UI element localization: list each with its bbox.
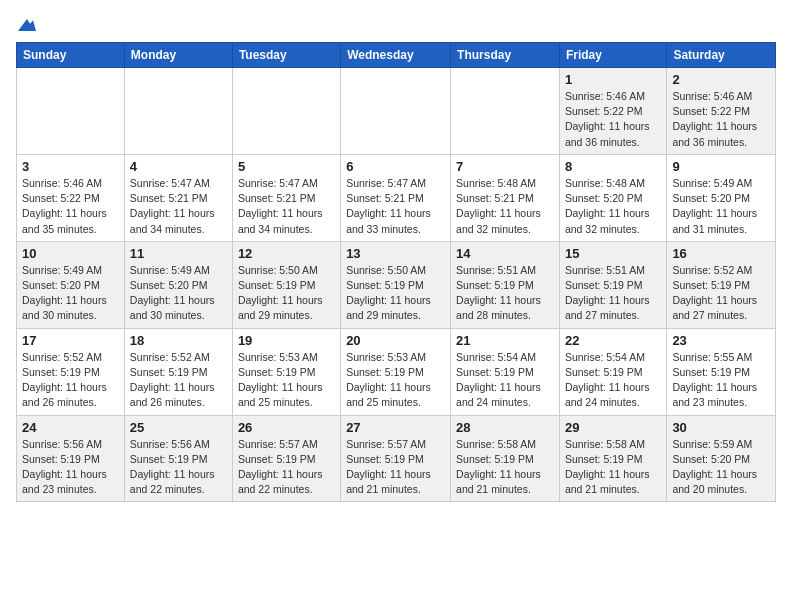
day-info: Sunrise: 5:57 AM Sunset: 5:19 PM Dayligh… [238,437,335,498]
day-number: 9 [672,159,770,174]
day-number: 25 [130,420,227,435]
day-info: Sunrise: 5:46 AM Sunset: 5:22 PM Dayligh… [22,176,119,237]
calendar-week-row: 17Sunrise: 5:52 AM Sunset: 5:19 PM Dayli… [17,328,776,415]
day-info: Sunrise: 5:54 AM Sunset: 5:19 PM Dayligh… [565,350,661,411]
day-info: Sunrise: 5:46 AM Sunset: 5:22 PM Dayligh… [565,89,661,150]
day-number: 15 [565,246,661,261]
day-number: 8 [565,159,661,174]
day-info: Sunrise: 5:52 AM Sunset: 5:19 PM Dayligh… [672,263,770,324]
calendar-cell: 7Sunrise: 5:48 AM Sunset: 5:21 PM Daylig… [451,154,560,241]
calendar-cell: 23Sunrise: 5:55 AM Sunset: 5:19 PM Dayli… [667,328,776,415]
day-info: Sunrise: 5:52 AM Sunset: 5:19 PM Dayligh… [130,350,227,411]
day-number: 26 [238,420,335,435]
calendar-week-row: 10Sunrise: 5:49 AM Sunset: 5:20 PM Dayli… [17,241,776,328]
calendar-cell: 30Sunrise: 5:59 AM Sunset: 5:20 PM Dayli… [667,415,776,502]
day-number: 17 [22,333,119,348]
day-number: 2 [672,72,770,87]
day-info: Sunrise: 5:47 AM Sunset: 5:21 PM Dayligh… [238,176,335,237]
calendar-cell: 20Sunrise: 5:53 AM Sunset: 5:19 PM Dayli… [341,328,451,415]
calendar-cell: 28Sunrise: 5:58 AM Sunset: 5:19 PM Dayli… [451,415,560,502]
day-info: Sunrise: 5:57 AM Sunset: 5:19 PM Dayligh… [346,437,445,498]
day-number: 6 [346,159,445,174]
day-number: 3 [22,159,119,174]
day-info: Sunrise: 5:50 AM Sunset: 5:19 PM Dayligh… [238,263,335,324]
day-info: Sunrise: 5:48 AM Sunset: 5:21 PM Dayligh… [456,176,554,237]
header [16,16,776,32]
day-number: 21 [456,333,554,348]
day-info: Sunrise: 5:50 AM Sunset: 5:19 PM Dayligh… [346,263,445,324]
calendar-header-row: SundayMondayTuesdayWednesdayThursdayFrid… [17,43,776,68]
calendar-cell: 12Sunrise: 5:50 AM Sunset: 5:19 PM Dayli… [232,241,340,328]
calendar-cell: 19Sunrise: 5:53 AM Sunset: 5:19 PM Dayli… [232,328,340,415]
day-number: 13 [346,246,445,261]
col-header-sunday: Sunday [17,43,125,68]
calendar-cell: 2Sunrise: 5:46 AM Sunset: 5:22 PM Daylig… [667,68,776,155]
calendar-cell [232,68,340,155]
day-info: Sunrise: 5:47 AM Sunset: 5:21 PM Dayligh… [130,176,227,237]
day-number: 11 [130,246,227,261]
calendar-cell: 18Sunrise: 5:52 AM Sunset: 5:19 PM Dayli… [124,328,232,415]
calendar-cell: 15Sunrise: 5:51 AM Sunset: 5:19 PM Dayli… [559,241,666,328]
day-number: 5 [238,159,335,174]
logo-bird-icon [18,16,36,34]
calendar-cell: 17Sunrise: 5:52 AM Sunset: 5:19 PM Dayli… [17,328,125,415]
calendar-cell: 3Sunrise: 5:46 AM Sunset: 5:22 PM Daylig… [17,154,125,241]
calendar-cell: 6Sunrise: 5:47 AM Sunset: 5:21 PM Daylig… [341,154,451,241]
calendar-cell: 25Sunrise: 5:56 AM Sunset: 5:19 PM Dayli… [124,415,232,502]
calendar-table: SundayMondayTuesdayWednesdayThursdayFrid… [16,42,776,502]
calendar-week-row: 24Sunrise: 5:56 AM Sunset: 5:19 PM Dayli… [17,415,776,502]
page: SundayMondayTuesdayWednesdayThursdayFrid… [0,0,792,518]
day-number: 27 [346,420,445,435]
day-number: 10 [22,246,119,261]
day-number: 20 [346,333,445,348]
calendar-cell: 10Sunrise: 5:49 AM Sunset: 5:20 PM Dayli… [17,241,125,328]
day-info: Sunrise: 5:56 AM Sunset: 5:19 PM Dayligh… [22,437,119,498]
day-info: Sunrise: 5:58 AM Sunset: 5:19 PM Dayligh… [456,437,554,498]
calendar-cell: 29Sunrise: 5:58 AM Sunset: 5:19 PM Dayli… [559,415,666,502]
calendar-cell: 16Sunrise: 5:52 AM Sunset: 5:19 PM Dayli… [667,241,776,328]
calendar-cell: 21Sunrise: 5:54 AM Sunset: 5:19 PM Dayli… [451,328,560,415]
day-number: 29 [565,420,661,435]
day-info: Sunrise: 5:47 AM Sunset: 5:21 PM Dayligh… [346,176,445,237]
day-info: Sunrise: 5:49 AM Sunset: 5:20 PM Dayligh… [22,263,119,324]
day-number: 14 [456,246,554,261]
day-info: Sunrise: 5:48 AM Sunset: 5:20 PM Dayligh… [565,176,661,237]
calendar-cell: 13Sunrise: 5:50 AM Sunset: 5:19 PM Dayli… [341,241,451,328]
calendar-cell [124,68,232,155]
day-number: 19 [238,333,335,348]
day-info: Sunrise: 5:49 AM Sunset: 5:20 PM Dayligh… [672,176,770,237]
day-info: Sunrise: 5:55 AM Sunset: 5:19 PM Dayligh… [672,350,770,411]
calendar-cell: 22Sunrise: 5:54 AM Sunset: 5:19 PM Dayli… [559,328,666,415]
day-info: Sunrise: 5:46 AM Sunset: 5:22 PM Dayligh… [672,89,770,150]
day-number: 4 [130,159,227,174]
logo [16,16,36,32]
calendar-cell [451,68,560,155]
calendar-cell: 26Sunrise: 5:57 AM Sunset: 5:19 PM Dayli… [232,415,340,502]
col-header-saturday: Saturday [667,43,776,68]
day-info: Sunrise: 5:51 AM Sunset: 5:19 PM Dayligh… [565,263,661,324]
day-info: Sunrise: 5:49 AM Sunset: 5:20 PM Dayligh… [130,263,227,324]
calendar-week-row: 3Sunrise: 5:46 AM Sunset: 5:22 PM Daylig… [17,154,776,241]
day-number: 1 [565,72,661,87]
col-header-wednesday: Wednesday [341,43,451,68]
day-number: 22 [565,333,661,348]
day-number: 28 [456,420,554,435]
day-info: Sunrise: 5:59 AM Sunset: 5:20 PM Dayligh… [672,437,770,498]
calendar-cell: 24Sunrise: 5:56 AM Sunset: 5:19 PM Dayli… [17,415,125,502]
calendar-cell: 8Sunrise: 5:48 AM Sunset: 5:20 PM Daylig… [559,154,666,241]
svg-marker-0 [18,19,36,31]
day-info: Sunrise: 5:58 AM Sunset: 5:19 PM Dayligh… [565,437,661,498]
calendar-cell: 4Sunrise: 5:47 AM Sunset: 5:21 PM Daylig… [124,154,232,241]
day-info: Sunrise: 5:52 AM Sunset: 5:19 PM Dayligh… [22,350,119,411]
day-number: 18 [130,333,227,348]
day-number: 7 [456,159,554,174]
day-info: Sunrise: 5:53 AM Sunset: 5:19 PM Dayligh… [346,350,445,411]
calendar-cell: 5Sunrise: 5:47 AM Sunset: 5:21 PM Daylig… [232,154,340,241]
day-info: Sunrise: 5:53 AM Sunset: 5:19 PM Dayligh… [238,350,335,411]
day-number: 23 [672,333,770,348]
col-header-friday: Friday [559,43,666,68]
day-number: 24 [22,420,119,435]
day-info: Sunrise: 5:56 AM Sunset: 5:19 PM Dayligh… [130,437,227,498]
day-info: Sunrise: 5:51 AM Sunset: 5:19 PM Dayligh… [456,263,554,324]
calendar-cell [17,68,125,155]
